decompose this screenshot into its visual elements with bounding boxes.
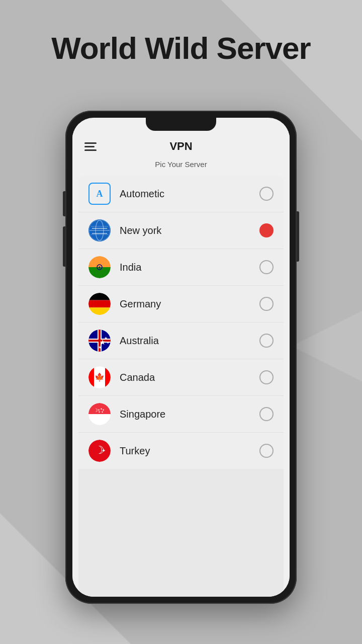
flag-turkey-svg: ☽ ✦ <box>88 440 111 462</box>
flag-india-svg <box>88 256 111 278</box>
side-button-volume <box>63 226 65 267</box>
phone-screen: VPN Pic Your Server A Autometic <box>72 118 290 597</box>
side-button-mute <box>63 191 65 216</box>
server-name-australia: Australia <box>120 335 259 347</box>
flag-singapore: ☽ ✦ ✦ ✦ ✦ ✦ <box>88 403 111 425</box>
svg-text:✦: ✦ <box>101 411 104 414</box>
menu-line-1 <box>84 142 97 144</box>
svg-rect-25 <box>88 366 94 388</box>
flag-india <box>88 256 111 278</box>
menu-line-2 <box>84 146 95 147</box>
flag-turkey: ☽ ✦ <box>88 440 111 462</box>
auto-icon: A <box>88 183 111 205</box>
server-name-singapore: Singapore <box>120 409 259 420</box>
server-name-germany: Germany <box>120 298 259 310</box>
radio-turkey[interactable] <box>259 444 274 458</box>
flag-australia-svg: ★ ★ ★ ★ <box>88 330 111 352</box>
radio-new-york[interactable] <box>259 223 274 237</box>
server-item-germany[interactable]: Germany <box>78 286 284 323</box>
radio-australia[interactable] <box>259 334 274 348</box>
flag-canada-svg: 🍁 <box>88 366 111 388</box>
svg-text:✦: ✦ <box>102 448 106 453</box>
menu-button[interactable] <box>84 142 97 151</box>
flag-singapore-svg: ☽ ✦ ✦ ✦ ✦ ✦ <box>88 403 111 425</box>
bg-shape-right-mid <box>292 306 362 386</box>
side-button-power <box>297 211 299 262</box>
radio-india[interactable] <box>259 260 274 274</box>
radio-germany[interactable] <box>259 297 274 311</box>
server-item-canada[interactable]: 🍁 Canada <box>78 359 284 396</box>
radio-singapore[interactable] <box>259 407 274 421</box>
server-item-new-york[interactable]: New york <box>78 212 284 249</box>
page-title: World Wild Server <box>0 30 362 66</box>
server-item-automatic[interactable]: A Autometic <box>78 176 284 212</box>
flag-ny-svg <box>88 219 111 242</box>
svg-text:🍁: 🍁 <box>95 372 105 382</box>
svg-rect-30 <box>88 414 111 425</box>
svg-text:✦: ✦ <box>98 411 101 414</box>
svg-rect-11 <box>88 300 111 308</box>
server-name-new-york: New york <box>120 225 259 236</box>
flag-australia: ★ ★ ★ ★ <box>88 330 111 352</box>
flag-new-york <box>88 219 111 242</box>
svg-rect-26 <box>105 366 111 388</box>
app-header: VPN <box>72 131 290 158</box>
notch <box>146 118 216 131</box>
svg-text:★: ★ <box>98 345 102 350</box>
menu-line-3 <box>84 149 97 151</box>
flag-canada: 🍁 <box>88 366 111 388</box>
server-name-canada: Canada <box>120 372 259 383</box>
server-name-automatic: Autometic <box>120 188 259 200</box>
flag-germany-svg <box>88 293 111 315</box>
server-item-india[interactable]: India <box>78 249 284 286</box>
server-item-australia[interactable]: ★ ★ ★ ★ Australia <box>78 323 284 359</box>
server-list: A Autometic <box>78 176 284 597</box>
svg-text:★: ★ <box>107 341 109 344</box>
app-subtitle: Pic Your Server <box>72 158 290 176</box>
server-name-india: India <box>120 262 259 273</box>
app-content: VPN Pic Your Server A Autometic <box>72 131 290 597</box>
svg-rect-12 <box>88 307 111 315</box>
app-title: VPN <box>169 140 192 153</box>
server-name-turkey: Turkey <box>120 445 259 457</box>
server-item-singapore[interactable]: ☽ ✦ ✦ ✦ ✦ ✦ Singapore <box>78 396 284 433</box>
flag-germany <box>88 293 111 315</box>
svg-point-8 <box>99 267 101 268</box>
svg-text:★: ★ <box>104 336 108 341</box>
svg-rect-10 <box>88 293 111 300</box>
server-item-turkey[interactable]: ☽ ✦ Turkey <box>78 433 284 469</box>
radio-automatic[interactable] <box>259 187 274 201</box>
phone-frame: VPN Pic Your Server A Autometic <box>65 111 297 604</box>
auto-icon-letter: A <box>97 189 103 199</box>
radio-canada[interactable] <box>259 370 274 384</box>
